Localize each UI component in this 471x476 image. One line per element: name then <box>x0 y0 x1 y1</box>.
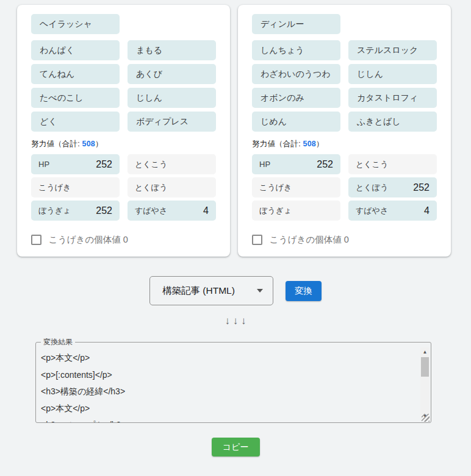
pokemon-name-input[interactable]: ディンルー <box>252 14 340 34</box>
pokemon-cards-row: ヘイラッシャ わんぱく まもる てんねん あくび たべのこし じしん どく ボデ… <box>0 0 471 257</box>
output-format-value: 構築記事 (HTML) <box>162 285 235 297</box>
pokemon-name-input[interactable]: ヘイラッシャ <box>31 14 120 34</box>
ev-defense-input[interactable]: ぼうぎょ <box>252 201 340 221</box>
convert-button[interactable]: 変換 <box>286 281 322 301</box>
pokemon-card-2: ディンルー しんちょう ステルスロック わざわいのうつわ じしん オボンのみ カ… <box>238 5 451 257</box>
tera-type-input[interactable]: どく <box>31 112 120 132</box>
ev-grid: HP252 とくこう こうげき とくぼう ぼうぎょ252 すばやさ4 <box>31 154 216 221</box>
ability-input[interactable]: わざわいのうつわ <box>252 64 340 84</box>
ev-defense-label: ぼうぎょ <box>259 205 292 216</box>
checkbox-icon[interactable] <box>252 235 262 245</box>
ev-heading-suffix: ） <box>316 140 324 148</box>
down-arrows: ↓ ↓ ↓ <box>0 315 471 327</box>
ev-heading-suffix: ） <box>95 140 103 148</box>
move-4-input[interactable]: ボディプレス <box>128 112 216 132</box>
move-1-input[interactable]: ステルスロック <box>348 40 437 60</box>
resize-grip-icon[interactable] <box>422 414 430 422</box>
ev-speed-label: すばやさ <box>135 205 167 216</box>
result-scrollbar[interactable]: ▲ ▼ <box>420 347 430 421</box>
ev-spdef-input[interactable]: とくぼう252 <box>348 177 437 197</box>
ev-attack-label: こうげき <box>259 182 292 193</box>
move-3-input[interactable]: カタストロフィ <box>348 88 437 108</box>
ev-spatk-label: とくこう <box>356 159 388 170</box>
ev-attack-input[interactable]: こうげき <box>252 177 340 197</box>
ev-hp-value: 252 <box>317 159 333 170</box>
ev-hp-label: HP <box>259 160 270 169</box>
ev-total-value: 508 <box>303 140 316 148</box>
item-input[interactable]: たべのこし <box>31 88 120 108</box>
attack-iv-zero-checkbox-row[interactable]: こうげきの個体値 0 <box>31 234 216 246</box>
pokemon-fields-grid: わんぱく まもる てんねん あくび たべのこし じしん どく ボディプレス <box>31 40 216 132</box>
ev-speed-label: すばやさ <box>356 205 388 216</box>
result-legend: 変換結果 <box>41 337 75 347</box>
ev-attack-input[interactable]: こうげき <box>31 177 120 197</box>
copy-row: コピー <box>0 438 471 456</box>
move-1-input[interactable]: まもる <box>128 40 216 60</box>
copy-button[interactable]: コピー <box>212 438 260 456</box>
ev-heading-prefix: 努力値（合計: <box>31 140 82 148</box>
ev-total-label: 努力値（合計: 508） <box>31 139 216 149</box>
attack-iv-zero-label: こうげきの個体値 0 <box>270 234 349 246</box>
move-4-input[interactable]: ふきとばし <box>348 112 437 132</box>
attack-iv-zero-label: こうげきの個体値 0 <box>49 234 128 246</box>
ev-speed-value: 4 <box>203 205 209 216</box>
move-2-input[interactable]: じしん <box>348 64 437 84</box>
ev-total-label: 努力値（合計: 508） <box>252 139 437 149</box>
move-3-input[interactable]: じしん <box>128 88 216 108</box>
ev-spdef-label: とくぼう <box>356 182 388 193</box>
ev-spdef-value: 252 <box>413 182 430 193</box>
tera-type-input[interactable]: じめん <box>252 112 340 132</box>
result-textarea[interactable] <box>36 347 419 422</box>
ev-hp-input[interactable]: HP252 <box>31 154 120 174</box>
ev-heading-prefix: 努力値（合計: <box>252 140 303 148</box>
ev-spatk-input[interactable]: とくこう <box>128 154 216 174</box>
converter-row: 構築記事 (HTML) 変換 <box>0 276 471 305</box>
ev-speed-input[interactable]: すばやさ4 <box>128 201 216 221</box>
scroll-up-icon[interactable]: ▲ <box>420 347 430 357</box>
ev-spatk-label: とくこう <box>135 159 167 170</box>
move-2-input[interactable]: あくび <box>128 64 216 84</box>
ev-spdef-input[interactable]: とくぼう <box>128 177 216 197</box>
ev-spdef-label: とくぼう <box>135 182 167 193</box>
pokemon-fields-grid: しんちょう ステルスロック わざわいのうつわ じしん オボンのみ カタストロフィ… <box>252 40 437 132</box>
ev-total-value: 508 <box>82 140 95 148</box>
ev-hp-value: 252 <box>96 159 112 170</box>
ev-grid: HP252 とくこう こうげき とくぼう252 ぼうぎょ すばやさ4 <box>252 154 437 221</box>
ev-defense-value: 252 <box>96 205 112 216</box>
ability-input[interactable]: てんねん <box>31 64 120 84</box>
ev-defense-label: ぼうぎょ <box>38 205 71 216</box>
pokemon-card-1: ヘイラッシャ わんぱく まもる てんねん あくび たべのこし じしん どく ボデ… <box>17 5 230 257</box>
output-format-select[interactable]: 構築記事 (HTML) <box>149 276 273 305</box>
ev-speed-input[interactable]: すばやさ4 <box>348 201 437 221</box>
ev-hp-input[interactable]: HP252 <box>252 154 340 174</box>
ev-hp-label: HP <box>38 160 49 169</box>
nature-input[interactable]: わんぱく <box>31 40 120 60</box>
result-fieldset: 変換結果 ▲ ▼ <box>35 337 431 423</box>
chevron-down-icon <box>257 289 263 293</box>
ev-attack-label: こうげき <box>38 182 71 193</box>
checkbox-icon[interactable] <box>31 235 41 245</box>
ev-defense-input[interactable]: ぼうぎょ252 <box>31 201 120 221</box>
scrollbar-thumb[interactable] <box>421 357 429 377</box>
nature-input[interactable]: しんちょう <box>252 40 340 60</box>
ev-spatk-input[interactable]: とくこう <box>348 154 437 174</box>
ev-speed-value: 4 <box>424 205 430 216</box>
attack-iv-zero-checkbox-row[interactable]: こうげきの個体値 0 <box>252 234 437 246</box>
item-input[interactable]: オボンのみ <box>252 88 340 108</box>
